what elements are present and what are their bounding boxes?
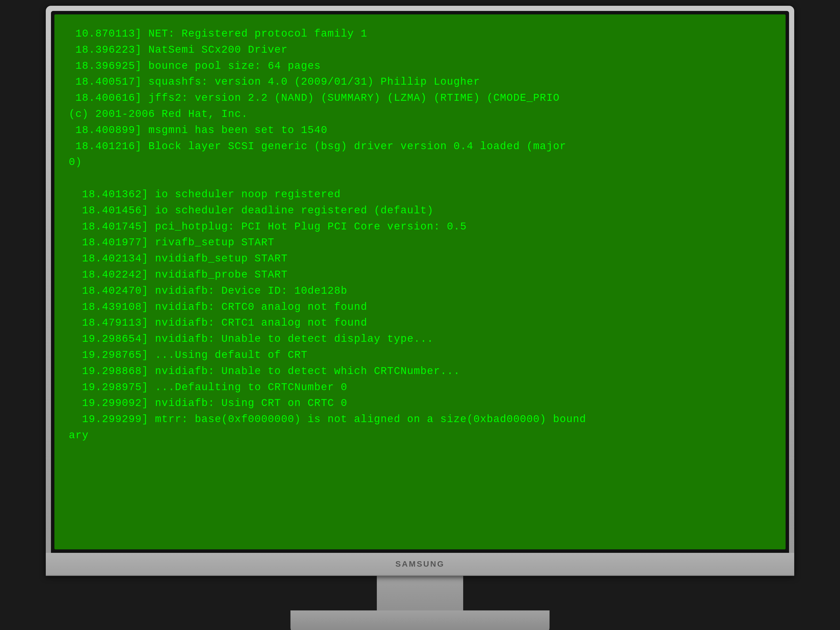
brand-label: SAMSUNG: [395, 559, 444, 568]
monitor-base: [291, 610, 549, 630]
monitor-bottom-bar: SAMSUNG: [46, 553, 794, 576]
monitor-stand: [291, 576, 549, 630]
monitor-container: 10.870113] NET: Registered protocol fami…: [0, 0, 840, 630]
monitor-outer: 10.870113] NET: Registered protocol fami…: [46, 6, 794, 576]
screen-bezel: 10.870113] NET: Registered protocol fami…: [51, 11, 789, 553]
screen: 10.870113] NET: Registered protocol fami…: [54, 14, 786, 549]
terminal-output: 10.870113] NET: Registered protocol fami…: [69, 26, 771, 444]
monitor-neck: [377, 576, 463, 610]
